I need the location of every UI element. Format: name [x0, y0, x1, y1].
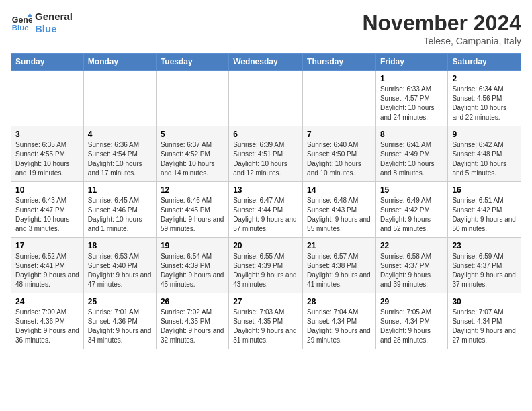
header-cell-tuesday: Tuesday	[156, 54, 228, 71]
day-cell	[11, 71, 84, 126]
day-detail: Sunrise: 6:47 AM Sunset: 4:44 PM Dayligh…	[233, 196, 298, 234]
day-detail: Sunrise: 6:46 AM Sunset: 4:45 PM Dayligh…	[161, 196, 224, 234]
logo-general: General	[35, 11, 73, 23]
day-number: 14	[307, 185, 371, 195]
day-detail: Sunrise: 6:57 AM Sunset: 4:38 PM Dayligh…	[307, 252, 371, 289]
day-detail: Sunrise: 6:33 AM Sunset: 4:57 PM Dayligh…	[380, 85, 443, 122]
day-number: 2	[452, 74, 517, 83]
day-cell: 11Sunrise: 6:45 AM Sunset: 4:46 PM Dayli…	[83, 182, 156, 238]
svg-text:Blue: Blue	[12, 24, 30, 32]
day-cell: 18Sunrise: 6:53 AM Sunset: 4:40 PM Dayli…	[83, 238, 156, 293]
day-detail: Sunrise: 7:07 AM Sunset: 4:34 PM Dayligh…	[452, 308, 517, 345]
location-subtitle: Telese, Campania, Italy	[362, 36, 521, 46]
day-number: 6	[233, 130, 298, 139]
month-title: November 2024	[362, 11, 521, 36]
day-cell: 25Sunrise: 7:01 AM Sunset: 4:36 PM Dayli…	[83, 293, 156, 349]
day-cell: 9Sunrise: 6:42 AM Sunset: 4:48 PM Daylig…	[448, 126, 521, 182]
day-detail: Sunrise: 6:37 AM Sunset: 4:52 PM Dayligh…	[161, 140, 224, 178]
page-header: General Blue General Blue November 2024 …	[11, 11, 521, 46]
day-detail: Sunrise: 6:39 AM Sunset: 4:51 PM Dayligh…	[233, 140, 298, 178]
day-number: 29	[380, 297, 443, 306]
day-detail: Sunrise: 6:54 AM Sunset: 4:39 PM Dayligh…	[161, 252, 224, 289]
day-cell: 7Sunrise: 6:40 AM Sunset: 4:50 PM Daylig…	[303, 126, 376, 182]
header-cell-sunday: Sunday	[11, 54, 84, 71]
day-cell: 22Sunrise: 6:58 AM Sunset: 4:37 PM Dayli…	[375, 238, 447, 293]
day-cell: 17Sunrise: 6:52 AM Sunset: 4:41 PM Dayli…	[11, 238, 84, 293]
day-detail: Sunrise: 6:45 AM Sunset: 4:46 PM Dayligh…	[88, 196, 152, 234]
day-number: 17	[15, 241, 79, 250]
day-detail: Sunrise: 6:36 AM Sunset: 4:54 PM Dayligh…	[88, 140, 152, 178]
day-cell: 10Sunrise: 6:43 AM Sunset: 4:47 PM Dayli…	[11, 182, 84, 238]
day-cell: 27Sunrise: 7:03 AM Sunset: 4:35 PM Dayli…	[229, 293, 303, 349]
logo: General Blue General Blue	[11, 11, 73, 35]
header-cell-monday: Monday	[83, 54, 156, 71]
day-cell: 29Sunrise: 7:05 AM Sunset: 4:34 PM Dayli…	[375, 293, 447, 349]
logo-icon: General Blue	[11, 12, 32, 34]
day-detail: Sunrise: 6:35 AM Sunset: 4:55 PM Dayligh…	[15, 140, 79, 178]
day-detail: Sunrise: 6:43 AM Sunset: 4:47 PM Dayligh…	[15, 196, 79, 234]
day-detail: Sunrise: 6:49 AM Sunset: 4:42 PM Dayligh…	[380, 196, 443, 234]
day-cell: 26Sunrise: 7:02 AM Sunset: 4:35 PM Dayli…	[156, 293, 228, 349]
day-cell: 24Sunrise: 7:00 AM Sunset: 4:36 PM Dayli…	[11, 293, 84, 349]
day-detail: Sunrise: 7:03 AM Sunset: 4:35 PM Dayligh…	[233, 308, 298, 345]
day-cell: 21Sunrise: 6:57 AM Sunset: 4:38 PM Dayli…	[303, 238, 376, 293]
day-detail: Sunrise: 6:42 AM Sunset: 4:48 PM Dayligh…	[452, 140, 517, 178]
header-row: SundayMondayTuesdayWednesdayThursdayFrid…	[11, 54, 521, 71]
day-number: 9	[452, 130, 517, 139]
day-cell: 13Sunrise: 6:47 AM Sunset: 4:44 PM Dayli…	[229, 182, 303, 238]
title-block: November 2024 Telese, Campania, Italy	[362, 11, 521, 46]
day-number: 30	[452, 297, 517, 306]
day-number: 13	[233, 185, 298, 195]
day-cell: 5Sunrise: 6:37 AM Sunset: 4:52 PM Daylig…	[156, 126, 228, 182]
day-number: 8	[380, 130, 443, 139]
day-number: 4	[88, 130, 152, 139]
day-cell: 4Sunrise: 6:36 AM Sunset: 4:54 PM Daylig…	[83, 126, 156, 182]
day-number: 27	[233, 297, 298, 306]
day-detail: Sunrise: 6:40 AM Sunset: 4:50 PM Dayligh…	[307, 140, 371, 178]
day-cell	[83, 71, 156, 126]
day-number: 26	[161, 297, 224, 306]
week-row-2: 3Sunrise: 6:35 AM Sunset: 4:55 PM Daylig…	[11, 126, 521, 182]
day-number: 15	[380, 185, 443, 195]
day-detail: Sunrise: 7:02 AM Sunset: 4:35 PM Dayligh…	[161, 308, 224, 345]
day-number: 12	[161, 185, 224, 195]
week-row-4: 17Sunrise: 6:52 AM Sunset: 4:41 PM Dayli…	[11, 238, 521, 293]
day-number: 11	[88, 185, 152, 195]
day-cell: 30Sunrise: 7:07 AM Sunset: 4:34 PM Dayli…	[448, 293, 521, 349]
day-detail: Sunrise: 6:53 AM Sunset: 4:40 PM Dayligh…	[88, 252, 152, 289]
day-detail: Sunrise: 6:52 AM Sunset: 4:41 PM Dayligh…	[15, 252, 79, 289]
day-detail: Sunrise: 7:01 AM Sunset: 4:36 PM Dayligh…	[88, 308, 152, 345]
day-detail: Sunrise: 6:41 AM Sunset: 4:49 PM Dayligh…	[380, 140, 443, 178]
day-detail: Sunrise: 6:51 AM Sunset: 4:42 PM Dayligh…	[452, 196, 517, 234]
day-detail: Sunrise: 6:59 AM Sunset: 4:37 PM Dayligh…	[452, 252, 517, 289]
day-number: 10	[15, 185, 79, 195]
header-cell-wednesday: Wednesday	[229, 54, 303, 71]
day-detail: Sunrise: 7:05 AM Sunset: 4:34 PM Dayligh…	[380, 308, 443, 345]
day-cell	[303, 71, 376, 126]
day-cell	[229, 71, 303, 126]
week-row-1: 1Sunrise: 6:33 AM Sunset: 4:57 PM Daylig…	[11, 71, 521, 126]
day-cell: 28Sunrise: 7:04 AM Sunset: 4:34 PM Dayli…	[303, 293, 376, 349]
day-number: 3	[15, 130, 79, 139]
day-number: 22	[380, 241, 443, 250]
day-cell: 8Sunrise: 6:41 AM Sunset: 4:49 PM Daylig…	[375, 126, 447, 182]
day-cell: 1Sunrise: 6:33 AM Sunset: 4:57 PM Daylig…	[375, 71, 447, 126]
day-cell: 19Sunrise: 6:54 AM Sunset: 4:39 PM Dayli…	[156, 238, 228, 293]
day-detail: Sunrise: 6:34 AM Sunset: 4:56 PM Dayligh…	[452, 85, 517, 122]
day-cell	[156, 71, 228, 126]
day-number: 24	[15, 297, 79, 306]
day-cell: 16Sunrise: 6:51 AM Sunset: 4:42 PM Dayli…	[448, 182, 521, 238]
day-number: 1	[380, 74, 443, 83]
day-number: 19	[161, 241, 224, 250]
week-row-3: 10Sunrise: 6:43 AM Sunset: 4:47 PM Dayli…	[11, 182, 521, 238]
week-row-5: 24Sunrise: 7:00 AM Sunset: 4:36 PM Dayli…	[11, 293, 521, 349]
day-number: 21	[307, 241, 371, 250]
day-cell: 3Sunrise: 6:35 AM Sunset: 4:55 PM Daylig…	[11, 126, 84, 182]
calendar-table: SundayMondayTuesdayWednesdayThursdayFrid…	[11, 53, 521, 349]
day-number: 16	[452, 185, 517, 195]
day-detail: Sunrise: 6:58 AM Sunset: 4:37 PM Dayligh…	[380, 252, 443, 289]
day-detail: Sunrise: 6:48 AM Sunset: 4:43 PM Dayligh…	[307, 196, 371, 234]
header-cell-friday: Friday	[375, 54, 447, 71]
day-cell: 6Sunrise: 6:39 AM Sunset: 4:51 PM Daylig…	[229, 126, 303, 182]
day-cell: 14Sunrise: 6:48 AM Sunset: 4:43 PM Dayli…	[303, 182, 376, 238]
